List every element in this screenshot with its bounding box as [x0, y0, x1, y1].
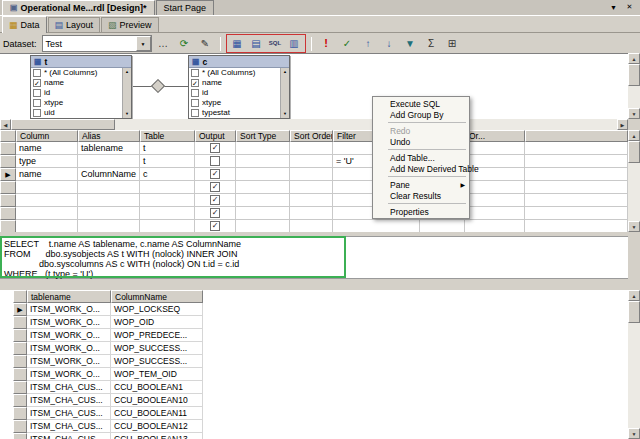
row-selector[interactable]: [13, 433, 27, 439]
sort-descending-icon[interactable]: ↓: [380, 35, 399, 52]
column-checkbox[interactable]: [191, 89, 199, 97]
cell-sort-order[interactable]: [290, 220, 333, 232]
refresh-fields-icon[interactable]: ⟳: [175, 35, 194, 52]
show-grid-pane-icon[interactable]: ▤: [247, 35, 266, 52]
cell-sort-order[interactable]: [290, 155, 333, 168]
row-selector[interactable]: [13, 420, 27, 433]
cell-sort-type[interactable]: [236, 220, 290, 232]
cell-output[interactable]: ✓: [195, 220, 236, 232]
cell-sort-type[interactable]: [236, 194, 290, 207]
show-sql-pane-icon[interactable]: SQL: [266, 35, 285, 52]
cell-output[interactable]: ✓: [195, 168, 236, 181]
column-item[interactable]: uid: [31, 108, 131, 118]
row-selector[interactable]: [0, 181, 16, 194]
cell-output[interactable]: [195, 155, 236, 168]
cell-table[interactable]: t: [140, 142, 195, 155]
output-checkbox[interactable]: ✓: [210, 195, 220, 205]
scroll-right-icon[interactable]: ▶: [617, 119, 628, 130]
cell-column[interactable]: [16, 207, 78, 220]
cell-alias[interactable]: [78, 181, 140, 194]
cell-alias[interactable]: [78, 155, 140, 168]
scroll-down-icon[interactable]: ▼: [123, 110, 131, 118]
table-c-titlebar[interactable]: ▦ c: [189, 56, 289, 68]
cell-sort-type[interactable]: [236, 155, 290, 168]
cell-table[interactable]: [140, 220, 195, 232]
row-selector[interactable]: ▶: [13, 303, 27, 316]
cell-table[interactable]: c: [140, 168, 195, 181]
cell-alias[interactable]: [78, 207, 140, 220]
tab-data[interactable]: ▦ Data: [2, 16, 47, 33]
cell-alias[interactable]: [78, 220, 140, 232]
scroll-down-icon[interactable]: ▼: [628, 428, 640, 439]
cell-column[interactable]: name: [16, 168, 78, 181]
cell-column[interactable]: name: [16, 142, 78, 155]
menu-item-add-group-by[interactable]: Add Group By: [374, 109, 468, 120]
column-checkbox[interactable]: [33, 99, 41, 107]
cell-or-2[interactable]: [465, 181, 525, 194]
show-diagram-pane-icon[interactable]: ▦: [228, 35, 247, 52]
row-selector[interactable]: [13, 329, 27, 342]
cell-sort-order[interactable]: [290, 207, 333, 220]
cell-column[interactable]: type: [16, 155, 78, 168]
tab-report-design[interactable]: ▣ Operational Me...rdl [Design]*: [2, 0, 155, 15]
sql-statement[interactable]: SELECT t.name AS tablename, c.name AS Co…: [0, 237, 628, 279]
output-checkbox[interactable]: [210, 156, 220, 166]
menu-item-add-new-derived-table[interactable]: Add New Derived Table: [374, 163, 468, 174]
table-window-t[interactable]: ▦ t * (All Columns) ✓ name id xt: [30, 55, 132, 119]
column-item[interactable]: xtype: [189, 98, 289, 108]
column-item[interactable]: ✓ name: [31, 78, 131, 88]
output-checkbox[interactable]: ✓: [210, 169, 220, 179]
table-scrollbar[interactable]: ▲ ▼: [122, 68, 131, 118]
cell-alias[interactable]: [78, 194, 140, 207]
edit-dataset-icon[interactable]: ✎: [196, 35, 215, 52]
scrollbar-thumb[interactable]: [628, 301, 640, 323]
cell-or-2[interactable]: [465, 194, 525, 207]
cell-column[interactable]: [16, 181, 78, 194]
tab-start-page[interactable]: Start Page: [156, 0, 215, 15]
cell-alias[interactable]: ColumnName: [78, 168, 140, 181]
column-checkbox[interactable]: [33, 69, 41, 77]
cell-sort-type[interactable]: [236, 181, 290, 194]
menu-item-pane[interactable]: Pane▶: [374, 179, 468, 190]
column-checkbox[interactable]: [191, 99, 199, 107]
table-t-titlebar[interactable]: ▦ t: [31, 56, 131, 68]
scrollbar-thumb[interactable]: [628, 141, 640, 163]
scrollbar-thumb[interactable]: [11, 119, 115, 130]
execute-sql-icon[interactable]: !: [317, 35, 336, 52]
scrollbar-thumb[interactable]: [628, 64, 640, 86]
diagram-vertical-scrollbar[interactable]: ▲ ▼: [628, 53, 640, 119]
row-selector[interactable]: [0, 194, 16, 207]
cell-or-2[interactable]: [465, 142, 525, 155]
filter-icon[interactable]: ▼: [401, 35, 420, 52]
scroll-down-icon[interactable]: ▼: [628, 221, 640, 232]
dataset-combobox[interactable]: Test ▼: [42, 35, 152, 52]
results-vertical-scrollbar[interactable]: ▲ ▼: [628, 290, 640, 439]
tab-scroll-down-icon[interactable]: ▼: [607, 1, 620, 13]
menu-item-undo[interactable]: Undo: [374, 136, 468, 147]
cell-column[interactable]: [16, 220, 78, 232]
cell-output[interactable]: ✓: [195, 142, 236, 155]
cell-table[interactable]: [140, 194, 195, 207]
menu-item-execute-sql[interactable]: Execute SQL: [374, 98, 468, 109]
tab-layout[interactable]: ▤ Layout: [48, 17, 101, 32]
table-scrollbar[interactable]: ▲ ▼: [280, 68, 289, 118]
scroll-up-icon[interactable]: ▲: [628, 130, 640, 141]
output-checkbox[interactable]: ✓: [210, 143, 220, 153]
chevron-down-icon[interactable]: ▼: [136, 36, 151, 51]
join-connector-icon[interactable]: [151, 79, 165, 93]
dataset-options-button[interactable]: …: [154, 35, 173, 52]
row-selector[interactable]: [0, 142, 16, 155]
scroll-down-icon[interactable]: ▼: [628, 108, 640, 119]
row-selector[interactable]: [13, 355, 27, 368]
add-table-icon[interactable]: ⊞: [443, 35, 462, 52]
close-icon[interactable]: ✕: [623, 1, 636, 13]
row-selector[interactable]: [0, 220, 16, 232]
column-item[interactable]: typestat: [189, 108, 289, 118]
row-selector[interactable]: [0, 207, 16, 220]
column-item[interactable]: xtype: [31, 98, 131, 108]
menu-item-redo[interactable]: Redo: [374, 125, 468, 136]
table-window-c[interactable]: ▦ c * (All Columns) ✓ name id xt: [188, 55, 290, 119]
row-selector[interactable]: [13, 394, 27, 407]
cell-table[interactable]: [140, 181, 195, 194]
column-item[interactable]: id: [189, 88, 289, 98]
